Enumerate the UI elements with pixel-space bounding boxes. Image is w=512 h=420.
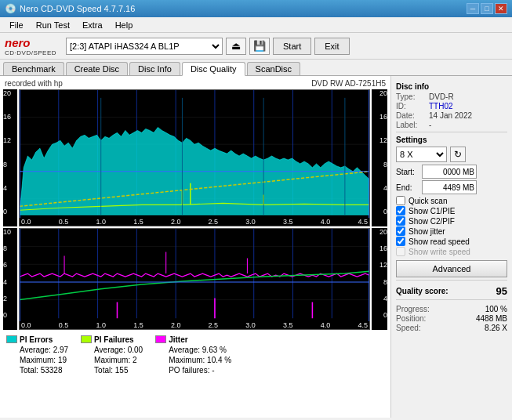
- pi-errors-color: [6, 335, 17, 343]
- disc-date-value: 14 Jan 2022: [429, 111, 472, 120]
- show-read-speed-label: Show read speed: [409, 237, 470, 246]
- eject-icon-button[interactable]: ⏏: [226, 38, 246, 55]
- lower-chart-svg: [20, 229, 369, 329]
- position-value: 4488 MB: [476, 314, 507, 323]
- speed-row: 8 X ↻: [396, 147, 507, 162]
- main-content: recorded with hp DVD RW AD-7251H5 20 16 …: [0, 76, 512, 418]
- jitter-po: PO failures: -: [169, 365, 231, 375]
- title-bar: 💿 Nero CD-DVD Speed 4.7.7.16 ─ □ ✕: [0, 0, 512, 17]
- right-panel: Disc info Type: DVD-R ID: TTH02 Date: 14…: [390, 76, 512, 418]
- divider-2: [396, 280, 507, 281]
- end-input[interactable]: [422, 180, 477, 194]
- show-c1pie-row: Show C1/PIE: [396, 206, 507, 215]
- tab-scandisc[interactable]: ScanDisc: [247, 62, 300, 75]
- progress-label: Progress:: [396, 305, 430, 313]
- legend-jitter: Jitter Average: 9.63 % Maximum: 10.4 % P…: [155, 335, 231, 375]
- tab-disc-quality[interactable]: Disc Quality: [182, 62, 245, 76]
- upper-chart: 0.0 0.5 1.0 1.5 2.0 2.5 3.0 3.5 4.0 4.5: [19, 89, 370, 226]
- show-jitter-row: Show jitter: [396, 226, 507, 236]
- menu-extra[interactable]: Extra: [76, 19, 109, 31]
- menu-help[interactable]: Help: [109, 19, 140, 31]
- upper-y-left-axis: 20 16 12 8 4 0: [3, 89, 17, 226]
- end-row: End:: [396, 180, 507, 194]
- close-window-button[interactable]: ✕: [495, 3, 507, 14]
- show-read-speed-row: Show read speed: [396, 237, 507, 246]
- end-label: End:: [396, 183, 419, 192]
- jitter-color: [155, 335, 166, 343]
- show-write-speed-row: Show write speed: [396, 247, 507, 256]
- tabs: Benchmark Create Disc Disc Info Disc Qua…: [0, 60, 512, 76]
- quick-scan-label: Quick scan: [409, 197, 447, 205]
- disc-type-label: Type:: [396, 92, 426, 101]
- speed-value: 8.26 X: [485, 324, 507, 332]
- upper-chart-container: 20 16 12 8 4 0 20 16 12 8 4 0: [3, 89, 387, 226]
- quality-score-row: Quality score: 95: [396, 285, 507, 297]
- maximize-button[interactable]: □: [481, 3, 493, 14]
- show-jitter-checkbox[interactable]: [396, 226, 405, 236]
- recorded-text: recorded with hp: [5, 79, 63, 88]
- progress-section: Progress: 100 % Position: 4488 MB Speed:…: [396, 305, 507, 332]
- disc-id-row: ID: TTH02: [396, 102, 507, 110]
- tab-disc-info[interactable]: Disc Info: [129, 62, 180, 75]
- progress-value: 100 %: [485, 305, 507, 313]
- drive-select[interactable]: [2:3] ATAPI iHAS324 A BL1P: [66, 38, 223, 55]
- pi-errors-max: Maximum: 19: [20, 355, 68, 365]
- refresh-button[interactable]: ↻: [450, 147, 466, 162]
- lower-x-axis: 0.0 0.5 1.0 1.5 2.0 2.5 3.0 3.5 4.0 4.5: [20, 321, 369, 329]
- quality-score-value: 95: [496, 285, 507, 297]
- chart-area: recorded with hp DVD RW AD-7251H5 20 16 …: [0, 76, 390, 418]
- show-c1pie-label: Show C1/PIE: [409, 207, 455, 215]
- disc-label-row: Label: -: [396, 121, 507, 129]
- tab-benchmark[interactable]: Benchmark: [3, 62, 64, 75]
- disc-type-value: DVD-R: [429, 92, 454, 101]
- app-icon: 💿: [5, 3, 16, 14]
- divider-1: [396, 132, 507, 132]
- title-text: Nero CD-DVD Speed 4.7.7.16: [20, 4, 135, 13]
- logo-sub: CD·DVD/SPEED: [5, 49, 56, 56]
- start-row: Start:: [396, 165, 507, 179]
- show-read-speed-checkbox[interactable]: [396, 237, 405, 246]
- quick-scan-checkbox[interactable]: [396, 196, 405, 205]
- divider-3: [396, 299, 507, 300]
- show-write-speed-label: Show write speed: [409, 248, 470, 256]
- advanced-button[interactable]: Advanced: [396, 260, 507, 277]
- quick-scan-row: Quick scan: [396, 196, 507, 205]
- logo: nero CD·DVD/SPEED: [5, 36, 56, 56]
- disc-label: DVD RW AD-7251H5: [311, 79, 386, 88]
- tab-create-disc[interactable]: Create Disc: [66, 62, 128, 75]
- exit-button[interactable]: Exit: [314, 38, 349, 55]
- pi-failures-total: Total: 155: [94, 365, 143, 375]
- pi-errors-total: Total: 53328: [20, 365, 68, 375]
- speed-select[interactable]: 8 X: [396, 147, 447, 162]
- pi-errors-label: PI Errors: [20, 335, 68, 345]
- jitter-max: Maximum: 10.4 %: [169, 355, 231, 365]
- jitter-label: Jitter: [169, 335, 231, 345]
- start-input[interactable]: [422, 165, 477, 179]
- pi-failures-color: [81, 335, 92, 343]
- lower-chart: 0.0 0.5 1.0 1.5 2.0 2.5 3.0 3.5 4.0 4.5: [19, 228, 370, 330]
- logo-nero: nero: [5, 36, 31, 49]
- disc-label-value: -: [429, 121, 431, 129]
- settings-title: Settings: [396, 136, 507, 144]
- show-c2pif-row: Show C2/PIF: [396, 216, 507, 226]
- show-c2pif-checkbox[interactable]: [396, 216, 405, 226]
- minimize-button[interactable]: ─: [467, 3, 479, 14]
- window-controls: ─ □ ✕: [467, 3, 507, 14]
- menu-file[interactable]: File: [3, 19, 30, 31]
- disc-info-title: Disc info: [396, 82, 507, 91]
- menu-bar: File Run Test Extra Help: [0, 17, 512, 33]
- save-icon-button[interactable]: 💾: [249, 38, 270, 55]
- lower-y-left-axis: 10 8 6 4 2 0: [3, 228, 17, 330]
- start-button[interactable]: Start: [273, 38, 311, 55]
- position-row: Position: 4488 MB: [396, 314, 507, 323]
- menu-run-test[interactable]: Run Test: [30, 19, 76, 31]
- legend-pi-failures: PI Failures Average: 0.00 Maximum: 2 Tot…: [81, 335, 143, 375]
- upper-y-right-axis: 20 16 12 8 4 0: [372, 89, 387, 226]
- show-c1pie-checkbox[interactable]: [396, 206, 405, 215]
- lower-chart-container: 10 8 6 4 2 0 20 16 12 8 4 0: [3, 228, 387, 330]
- show-jitter-label: Show jitter: [409, 227, 445, 236]
- progress-row: Progress: 100 %: [396, 305, 507, 313]
- pi-failures-max: Maximum: 2: [94, 355, 143, 365]
- start-label: Start:: [396, 168, 419, 176]
- quality-score-label: Quality score:: [396, 287, 448, 295]
